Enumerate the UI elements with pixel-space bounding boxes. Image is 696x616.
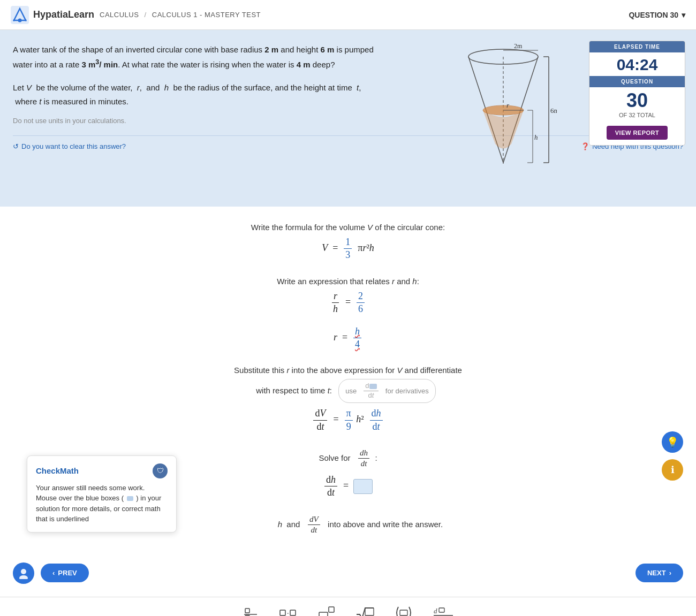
svg-point-22 <box>21 569 26 574</box>
prev-button[interactable]: ‹ PREV <box>41 564 89 582</box>
logo: HypatiaLearn <box>11 6 94 24</box>
checkmath-shield-icon: 🛡 <box>153 463 168 478</box>
step-volume-formula: Write the formula for the volume V of th… <box>0 223 696 262</box>
step-4-label: Solve for dh dt : <box>319 448 377 469</box>
parens-icon <box>394 605 413 616</box>
cone-diagram: r 2m 6m h <box>450 41 557 185</box>
step-2-label: Write an expression that relates r and h… <box>277 277 419 286</box>
question-text: A water tank of the shape of an inverted… <box>13 43 377 71</box>
svg-text:·: · <box>287 610 289 616</box>
svg-text:6m: 6m <box>550 107 557 115</box>
step-3-label-2: with respect to time t: use d dt for der… <box>256 379 440 403</box>
checkmath-body: Your answer still needs some work. Mouse… <box>36 483 168 524</box>
header-left: HypatiaLearn CALCULUS / CALCULUS 1 - MAS… <box>11 6 261 24</box>
toolbar-parens-button[interactable] <box>394 605 413 616</box>
lightbulb-button[interactable]: 💡 <box>662 431 683 453</box>
question-panel: A water tank of the shape of an inverted… <box>0 30 696 207</box>
power-icon <box>317 605 336 616</box>
note-text: Do not use units in your calculations. <box>13 117 683 125</box>
blue-box-example <box>127 496 133 501</box>
clear-answer-link[interactable]: ↺ Do you want to clear this answer? <box>13 142 126 150</box>
step-2-formula-1: r h = 2 6 <box>330 290 366 316</box>
breadcrumb-sep: / <box>145 11 147 19</box>
step-3-formula: dV dt = π 9 h² dh dt <box>312 407 383 433</box>
info-button[interactable]: ℹ <box>662 459 683 481</box>
question-number: 30 <box>589 87 685 112</box>
checkmath-title: CheckMath <box>36 466 79 475</box>
multiply-icon: · <box>278 605 298 616</box>
svg-text:2m: 2m <box>514 42 523 50</box>
hint-box-container: use d dt for derivatives <box>338 379 436 403</box>
svg-rect-24 <box>245 609 249 613</box>
checkmath-popup: CheckMath 🛡 Your answer still needs some… <box>27 455 177 533</box>
step-rh-relation: Write an expression that relates r and h… <box>0 277 696 351</box>
svg-text:h: h <box>534 133 538 141</box>
svg-rect-33 <box>400 610 407 615</box>
toolbar-multiply-button[interactable]: · <box>278 605 298 616</box>
toolbar-power-button[interactable] <box>317 605 336 616</box>
deriv-icon: d d x <box>433 605 454 616</box>
let-text: Let V be the volume of the water, r, and… <box>13 81 377 108</box>
elapsed-time: 04:24 <box>589 52 685 76</box>
main-content: Write the formula for the volume V of th… <box>0 207 696 597</box>
svg-rect-29 <box>290 610 296 615</box>
step-1-formula: V = 1 3 πr²h <box>322 236 374 262</box>
svg-rect-27 <box>280 610 285 615</box>
math-toolbar: · d d x <box>0 597 696 616</box>
toolbar-fraction-button[interactable] <box>242 605 259 616</box>
question-panel-footer: ↺ Do you want to clear this answer? ❓ Ne… <box>13 135 683 150</box>
toolbar-deriv-button[interactable]: d d x <box>433 605 454 616</box>
of-total: OF 32 TOTAL <box>589 112 685 123</box>
svg-point-4 <box>25 19 27 21</box>
question-box-label: QUESTION <box>589 76 685 87</box>
checkmath-header: CheckMath 🛡 <box>36 463 168 478</box>
svg-rect-32 <box>365 608 374 615</box>
avatar-icon <box>18 567 29 579</box>
svg-rect-30 <box>319 612 328 616</box>
svg-point-23 <box>19 575 28 579</box>
avatar-button[interactable] <box>13 562 34 584</box>
answer-input-box[interactable] <box>353 479 373 494</box>
step-differentiate: Substitute this r into the above express… <box>0 366 696 433</box>
toolbar-sqrt-button[interactable] <box>355 605 375 616</box>
cone-svg: r 2m 6m h <box>450 41 557 185</box>
svg-rect-35 <box>439 608 444 612</box>
prev-arrow-icon: ‹ <box>52 569 55 577</box>
breadcrumb-calculus[interactable]: CALCULUS <box>100 11 139 19</box>
nav-bar: ‹ PREV NEXT › <box>0 555 696 591</box>
svg-rect-31 <box>329 607 334 612</box>
header-question-label[interactable]: QUESTION 30 ▾ <box>629 11 685 19</box>
right-icons: 💡 ℹ <box>662 431 683 481</box>
elapsed-label: ELAPSED TIME <box>589 41 685 52</box>
fraction-icon <box>242 605 259 616</box>
elapsed-box: ELAPSED TIME 04:24 QUESTION 30 OF 32 TOT… <box>589 41 685 146</box>
sqrt-icon <box>355 605 375 616</box>
refresh-icon: ↺ <box>13 142 19 150</box>
logo-icon <box>11 6 29 24</box>
step-1-label: Write the formula for the volume V of th… <box>251 223 445 232</box>
step-2-formula-2: r = h 4 <box>334 325 362 351</box>
step-5-label: h and dV dt into above and write the ans… <box>253 514 443 536</box>
svg-text:d: d <box>434 607 437 615</box>
view-report-button[interactable]: VIEW REPORT <box>607 126 668 140</box>
header: HypatiaLearn CALCULUS / CALCULUS 1 - MAS… <box>0 0 696 30</box>
step-4-formula: dh dt = <box>323 474 373 499</box>
breadcrumb: CALCULUS / CALCULUS 1 - MASTERY TEST <box>100 11 261 19</box>
nav-right: NEXT › <box>636 564 683 582</box>
nav-left: ‹ PREV <box>13 562 89 584</box>
breadcrumb-mastery[interactable]: CALCULUS 1 - MASTERY TEST <box>152 11 261 19</box>
next-button[interactable]: NEXT › <box>636 564 683 582</box>
svg-point-3 <box>13 19 15 21</box>
svg-point-2 <box>18 18 22 22</box>
help-circle-icon: ❓ <box>581 142 589 150</box>
next-arrow-icon: › <box>669 569 671 577</box>
logo-text: HypatiaLearn <box>33 9 94 20</box>
step-3-label: Substitute this r into the above express… <box>234 366 462 375</box>
